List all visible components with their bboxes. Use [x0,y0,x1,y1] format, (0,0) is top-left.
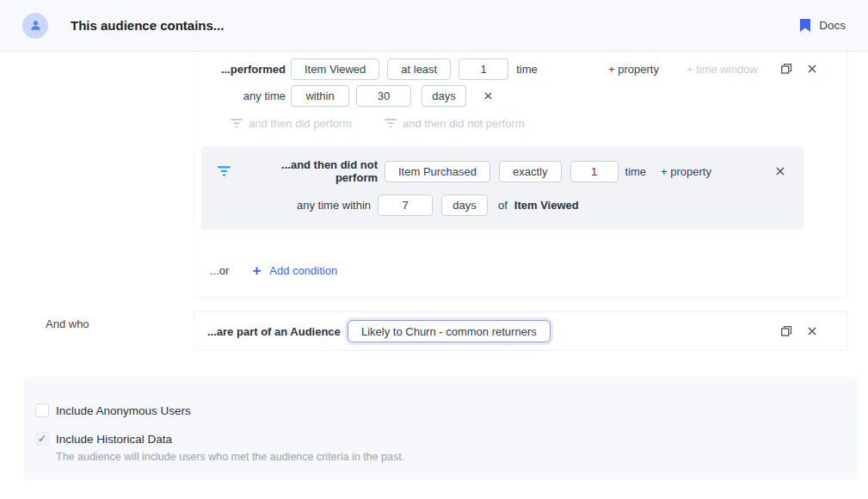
time-window-unit-button[interactable]: days [441,194,488,216]
or-label: ...or [210,264,229,277]
audience-select-input[interactable] [348,320,551,342]
option-label: and then did perform [249,117,352,130]
person-icon [29,19,42,32]
time-window-unit-button[interactable]: days [422,85,466,107]
subcondition-time-row: any time within days of Item Viewed [201,194,803,216]
close-icon [776,167,785,176]
include-anonymous-row: ✓ Include Anonymous Users [35,404,191,417]
or-row: ...or + Add condition [194,262,846,279]
reference-event-label: Item Viewed [514,199,579,212]
condition-group-card: ...performed Item Viewed at least time +… [194,52,847,298]
plus-icon: + [252,263,261,278]
include-historical-checkbox[interactable]: ✓ [35,432,49,446]
sequence-options-row: and then did perform and then did not pe… [194,115,846,131]
duplicate-condition-button[interactable] [780,325,792,337]
page-title: This audience contains... [71,18,224,33]
add-time-window-link: + time window [686,63,758,76]
duplicate-icon [780,325,792,337]
historical-description: The audience will include users who met … [56,451,404,463]
include-anonymous-label: Include Anonymous Users [56,404,191,417]
add-property-link[interactable]: + property [661,165,711,178]
include-historical-row: ✓ Include Historical Data [35,432,172,446]
any-time-label: any time [194,89,286,102]
include-anonymous-checkbox[interactable]: ✓ [35,404,49,417]
time-window-row: any time within days [194,84,846,107]
add-property-link[interactable]: + property [608,63,659,76]
any-time-within-label: any time within [201,199,371,212]
duplicate-condition-button[interactable] [780,63,792,75]
subcondition-label: ...and then did not perform [237,158,378,184]
performed-label: ...performed [194,63,286,76]
time-unit-label: time [625,165,647,178]
subcondition-performed-row: ...and then did not perform Item Purchas… [201,160,803,182]
filter-icon [218,166,231,176]
option-label: and then did not perform [403,117,525,130]
docs-label: Docs [819,19,846,32]
count-input[interactable] [570,161,619,182]
bookmark-icon [800,19,810,32]
check-icon: ✓ [38,433,46,445]
remove-condition-button[interactable] [808,65,816,73]
options-panel: ✓ Include Anonymous Users ✓ Include Hist… [24,377,857,479]
remove-time-window-button[interactable] [484,92,492,100]
operator-select-button[interactable]: exactly [499,161,561,182]
filter-icon [231,119,243,128]
add-condition-button[interactable]: + Add condition [252,263,337,278]
include-historical-label: Include Historical Data [56,433,172,446]
close-icon [808,327,816,336]
time-unit-label: time [516,63,538,76]
audience-condition-card: ...are part of an Audience [194,311,847,351]
avatar [22,13,48,39]
add-condition-label: Add condition [269,264,337,277]
audience-row-label: ...are part of an Audience [207,325,341,338]
operator-select-button[interactable]: at least [387,59,451,80]
close-icon [484,92,492,100]
event-select-button[interactable]: Item Purchased [385,161,490,182]
remove-condition-button[interactable] [808,327,816,336]
event-select-button[interactable]: Item Viewed [291,59,379,80]
performed-row: ...performed Item Viewed at least time +… [194,58,846,80]
header: This audience contains... Docs [0,0,868,52]
filter-icon [385,119,397,128]
of-label: of [498,199,508,212]
audience-builder-screen: This audience contains... Docs ...perfor… [0,0,868,499]
time-window-value-input[interactable] [356,85,411,107]
close-icon [808,65,816,73]
and-who-label: And who [46,317,89,330]
docs-link[interactable]: Docs [800,19,846,32]
count-input[interactable] [459,59,508,80]
time-window-value-input[interactable] [378,194,433,216]
subcondition-card: ...and then did not perform Item Purchas… [201,146,803,230]
within-select-button[interactable]: within [291,85,349,107]
remove-subcondition-button[interactable] [776,167,785,176]
and-then-did-perform-option[interactable]: and then did perform [231,117,352,130]
and-then-did-not-perform-option[interactable]: and then did not perform [385,117,525,130]
duplicate-icon [780,63,792,75]
